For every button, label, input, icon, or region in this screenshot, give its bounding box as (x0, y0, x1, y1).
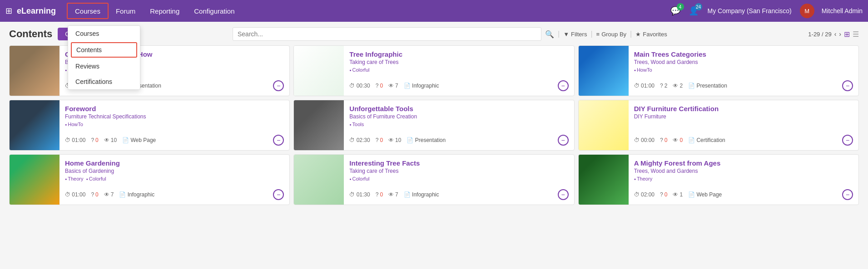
card-meta: ⏱ 01:30 ? 0 👁 7 📄 Infographic (349, 191, 439, 198)
chat-notifications[interactable]: 💬 4 (670, 6, 680, 16)
card-meta: ⏱ 00:00 ? 0 👁 0 📄 Certification (634, 137, 725, 143)
card-type: 📄 Infographic (119, 191, 154, 198)
card-title[interactable]: Foreword (65, 105, 284, 112)
card-item: Foreword Furniture Technical Specificati… (9, 100, 290, 151)
card-meta: ⏱ 00:30 ? 0 👁 7 📄 Infographic (349, 83, 439, 89)
pagination-text: 1-29 / 29 (808, 31, 831, 38)
card-body: Main Trees Categories Trees, Wood and Ga… (629, 46, 858, 96)
groupby-button[interactable]: ≡ Group By (596, 31, 627, 38)
card-thumbnail (10, 100, 60, 150)
avatar[interactable]: M (800, 4, 814, 18)
nav-items: Courses Courses Contents Reviews Certifi… (67, 0, 670, 22)
card-action-button[interactable]: − (558, 135, 569, 146)
questions-item: ? 2 (660, 83, 667, 89)
card-action-button[interactable]: − (558, 189, 569, 200)
tag: Colorful (349, 67, 369, 73)
duration-item: ⏱ 01:00 (65, 191, 85, 198)
card-title[interactable]: Home Gardening (65, 159, 284, 167)
questions-item: ? 0 (91, 191, 98, 198)
duration-item: ⏱ 01:00 (65, 137, 85, 143)
questions-item: ? 0 (91, 137, 98, 143)
nav-configuration[interactable]: Configuration (187, 0, 242, 22)
card-body: Interesting Tree Facts Taking care of Tr… (344, 155, 574, 205)
chat-badge: 4 (677, 3, 684, 10)
card-subtitle: Furniture Technical Specifications (65, 113, 284, 120)
user-notifications[interactable]: 👤 24 (689, 6, 699, 16)
card-thumbnail (10, 155, 60, 205)
card-meta: ⏱ 02:00 ? 0 👁 1 📄 Web Page (634, 191, 722, 198)
card-action-button[interactable]: − (842, 80, 853, 91)
card-item: Gardening: The Know-How Basics of Garden… (9, 45, 290, 96)
card-item: Tree Infographic Taking care of Trees Co… (293, 45, 574, 96)
tag: Colorful (349, 176, 369, 181)
tag: HowTo (65, 122, 83, 127)
dropdown-certifications[interactable]: Certifications (68, 74, 140, 89)
card-title[interactable]: A Mighty Forest from Ages (634, 159, 853, 167)
card-subtitle: DIY Furniture (634, 113, 853, 120)
dropdown-contents[interactable]: Contents (71, 42, 137, 58)
filter-icon: ▼ (563, 31, 569, 38)
next-page-button[interactable]: › (839, 30, 841, 38)
courses-dropdown: Courses Contents Reviews Certifications (68, 25, 140, 90)
card-action-button[interactable]: − (842, 189, 853, 200)
card-meta: ⏱ 02:30 ? 0 👁 10 📄 Presentation (349, 137, 446, 143)
card-title[interactable]: Unforgettable Tools (349, 105, 568, 112)
grid-view-button[interactable]: ⊞ (844, 30, 850, 39)
card-tags: HowTo (65, 122, 284, 127)
card-body: DIY Furniture Certification DIY Furnitur… (629, 100, 858, 150)
duration-item: ⏱ 02:30 (349, 137, 370, 143)
card-tags: Colorful (349, 176, 568, 181)
duration-item: ⏱ 01:00 (634, 83, 655, 89)
card-meta: ⏱ 01:00 ? 0 👁 10 📄 Web Page (65, 137, 156, 143)
tag: Colorful (86, 176, 106, 181)
card-title[interactable]: Interesting Tree Facts (349, 159, 568, 167)
nav-reporting[interactable]: Reporting (143, 0, 187, 22)
nav-forum[interactable]: Forum (109, 0, 143, 22)
card-action-button[interactable]: − (558, 80, 569, 91)
card-action-button[interactable]: − (273, 135, 284, 146)
card-tags: Theory (634, 176, 853, 181)
top-navigation: ⊞ eLearning Courses Courses Contents Rev… (0, 0, 868, 22)
page-title: Contents (9, 28, 52, 40)
search-button[interactable]: 🔍 (545, 30, 554, 39)
card-tags: Tools (349, 122, 568, 127)
card-meta: ⏱ 01:00 ? 0 👁 7 📄 Infographic (65, 191, 154, 198)
star-icon: ★ (635, 31, 641, 38)
duration-item: ⏱ 00:30 (349, 83, 370, 89)
views-item: 👁 2 (673, 83, 683, 89)
prev-page-button[interactable]: ‹ (834, 30, 837, 38)
user-name: Mitchell Admin (822, 7, 863, 15)
card-thumbnail (294, 155, 344, 205)
card-action-button[interactable]: − (273, 80, 284, 91)
card-tags: TheoryColorful (65, 176, 284, 181)
card-thumbnail (294, 46, 344, 96)
tag: Theory (65, 176, 83, 181)
views-item: 👁 7 (104, 191, 114, 198)
card-type: 📄 Infographic (404, 83, 439, 89)
card-type: 📄 Certification (688, 137, 725, 143)
card-type: 📄 Web Page (688, 191, 722, 198)
card-tags: Colorful (349, 67, 568, 73)
grid-icon[interactable]: ⊞ (5, 6, 12, 16)
card-action-button[interactable]: − (273, 189, 284, 200)
dropdown-reviews[interactable]: Reviews (68, 59, 140, 74)
card-title[interactable]: Main Trees Categories (634, 50, 853, 58)
card-subtitle: Taking care of Trees (349, 168, 568, 174)
tag: Tools (349, 122, 364, 127)
card-action-button[interactable]: − (842, 135, 853, 146)
search-input[interactable] (233, 27, 541, 41)
questions-item: ? 0 (376, 191, 383, 198)
card-title[interactable]: Tree Infographic (349, 50, 568, 58)
questions-item: ? 0 (660, 137, 667, 143)
card-subtitle: Trees, Wood and Gardens (634, 168, 853, 174)
favorites-button[interactable]: ★ Favorites (635, 31, 667, 38)
views-item: 👁 10 (388, 137, 401, 143)
dropdown-courses[interactable]: Courses (68, 26, 140, 41)
list-view-button[interactable]: ☰ (853, 30, 859, 39)
card-subtitle: Trees, Wood and Gardens (634, 59, 853, 65)
nav-courses[interactable]: Courses Courses Contents Reviews Certifi… (67, 3, 109, 19)
card-thumbnail (579, 100, 629, 150)
filters-button[interactable]: ▼ Filters (563, 31, 587, 38)
tag: HowTo (634, 67, 652, 73)
card-title[interactable]: DIY Furniture Certification (634, 105, 853, 112)
